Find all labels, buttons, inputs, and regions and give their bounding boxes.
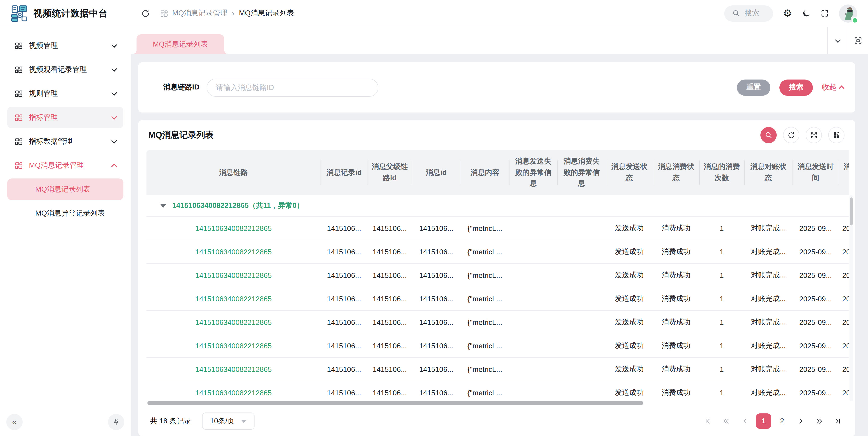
sidebar-subitem[interactable]: MQ消息记录列表 [7,178,123,200]
cell-reconcile_status: 对账完成... [744,334,793,357]
table-row: 14151063400822128651415106...1415106...1… [147,311,849,334]
user-avatar[interactable] [839,4,857,22]
cell-consume_time: 2025-09... [839,311,849,334]
chevron-down-icon [111,114,117,119]
cell-parent_id: 1415106... [368,358,412,381]
vertical-scrollbar-thumb[interactable] [850,197,852,226]
cell-content: {"metricL... [461,381,509,402]
sidebar-item[interactable]: 指标管理 [7,107,123,128]
logo-icon [11,5,28,22]
grid-icon [14,161,23,170]
table-columns-icon[interactable] [828,127,844,143]
fullscreen-icon[interactable] [820,9,829,18]
cell-link[interactable]: 1415106340082212865 [147,240,320,263]
sidebar-item[interactable]: 规则管理 [7,83,123,104]
cell-send_time: 2025-09... [793,264,839,287]
sidebar-collapse-button[interactable]: « [6,414,23,430]
table-row: 14151063400822128651415106...1415106...1… [147,334,849,358]
table-card: MQ消息记录列表 [138,120,855,436]
grid-icon [14,65,23,74]
sidebar-item[interactable]: MQ消息记录管理 [7,155,123,176]
cell-consume_time: 2025-09... [839,217,849,240]
table-search-icon[interactable] [761,127,777,143]
collapse-filter-link[interactable]: 收起 [822,83,844,92]
settings-gear-icon[interactable]: ⚙ [783,8,792,18]
horizontal-scrollbar-thumb[interactable] [147,401,643,405]
sidebar-menu: 视频管理视频观看记录管理规则管理指标管理指标数据管理MQ消息记录管理MQ消息记录… [0,33,131,408]
dark-mode-moon-icon[interactable] [802,9,811,18]
first-page-button[interactable] [700,413,716,429]
reset-button[interactable]: 重置 [737,79,770,96]
cell-parent_id: 1415106... [368,217,412,240]
cell-consume_status: 消费成功 [653,264,700,287]
sidebar-subitem[interactable]: MQ消息异常记录列表 [7,202,123,224]
cell-link[interactable]: 1415106340082212865 [147,358,320,381]
page-button-2[interactable]: 2 [774,413,790,429]
cell-link[interactable]: 1415106340082212865 [147,287,320,310]
cell-reconcile_status: 对账完成... [744,217,793,240]
content-fullscreen-icon[interactable] [848,27,868,54]
sidebar-item[interactable]: 指标数据管理 [7,131,123,152]
breadcrumb-parent[interactable]: MQ消息记录管理 [160,8,227,18]
message-link-id-input[interactable] [207,78,378,97]
cell-link[interactable]: 1415106340082212865 [147,264,320,287]
sidebar-pin-button[interactable] [108,414,124,430]
sidebar-item[interactable]: 视频管理 [7,35,123,57]
cell-consume_fail [557,240,606,263]
caret-down-icon [241,420,246,423]
table-row: 14151063400822128651415106...1415106...1… [147,287,849,311]
table-refresh-icon[interactable] [783,127,799,143]
sidebar-item[interactable]: 视频观看记录管理 [7,59,123,80]
page-size-select[interactable]: 10条/页 [202,412,254,430]
cell-consume_fail [557,334,606,357]
tab-mq-message-list[interactable]: MQ消息记录列表 [136,34,224,54]
page-button-1[interactable]: 1 [756,413,771,429]
cell-send_fail [509,334,557,357]
filter-actions: 重置 搜索 收起 [737,79,844,96]
sidebar-footer: « [0,408,131,436]
cell-link[interactable]: 1415106340082212865 [147,334,320,357]
cell-send_status: 发送成功 [606,311,653,334]
global-search[interactable]: 搜索 [724,5,773,22]
cell-consume_count: 1 [700,217,744,240]
cell-send_time: 2025-09... [793,381,839,402]
cell-reconcile_status: 对账完成... [744,287,793,310]
table-row: 14151063400822128651415106...1415106...1… [147,217,849,240]
table-expand-icon[interactable] [806,127,822,143]
horizontal-scrollbar [147,401,849,406]
cell-consume_status: 消费成功 [653,240,700,263]
last-page-button[interactable] [830,413,845,429]
cell-send_fail [509,240,557,263]
search-button[interactable]: 搜索 [779,79,813,96]
cell-record_id: 1415106... [320,217,368,240]
prev-page-button[interactable] [737,413,753,429]
cell-parent_id: 1415106... [368,381,412,402]
cell-link[interactable]: 1415106340082212865 [147,217,320,240]
online-status-dot [852,17,858,23]
cell-send_status: 发送成功 [606,381,653,402]
refresh-icon[interactable] [141,9,150,18]
cell-link[interactable]: 1415106340082212865 [147,381,320,402]
tab-list-chevron-down-icon[interactable] [827,27,848,54]
cell-msg_id: 1415106... [412,334,461,357]
cell-record_id: 1415106... [320,311,368,334]
cell-send_status: 发送成功 [606,217,653,240]
grid-icon [14,113,23,122]
group-row[interactable]: 1415106340082212865（共11，异常0） [147,195,849,217]
next-page-button[interactable] [793,413,808,429]
cell-record_id: 1415106... [320,381,368,402]
cell-consume_fail [557,311,606,334]
cell-content: {"metricL... [461,217,509,240]
app-root: 视频统计数据中台 MQ消息记录管理 › MQ消息记录列表 [0,0,868,436]
cell-consume_fail [557,381,606,402]
cell-content: {"metricL... [461,287,509,310]
cell-record_id: 1415106... [320,334,368,357]
back-10-pages-button[interactable] [719,413,734,429]
cell-link[interactable]: 1415106340082212865 [147,311,320,334]
forward-10-pages-button[interactable] [811,413,827,429]
cell-reconcile_status: 对账完成... [744,240,793,263]
cell-send_status: 发送成功 [606,264,653,287]
cell-parent_id: 1415106... [368,311,412,334]
chevron-up-icon [111,163,117,169]
group-label: 1415106340082212865（共11，异常0） [172,201,304,210]
